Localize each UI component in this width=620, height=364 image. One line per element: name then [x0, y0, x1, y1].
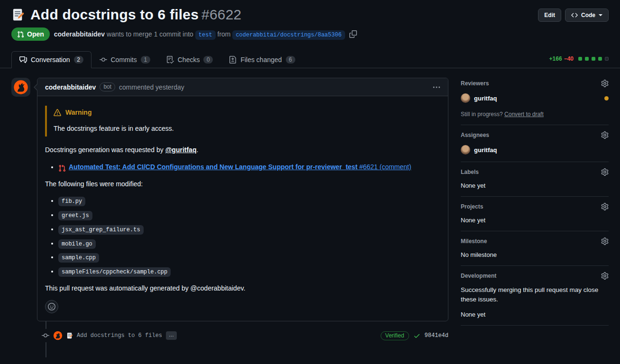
assignee-link[interactable]: guritfaq	[474, 146, 497, 154]
comment-author-link[interactable]: coderabbitaidev	[45, 83, 96, 91]
check-icon	[413, 332, 420, 339]
verified-badge[interactable]: Verified	[381, 331, 409, 340]
checklist-icon	[166, 56, 174, 64]
edit-button-label: Edit	[544, 12, 555, 18]
development-description: Successfully merging this pull request m…	[461, 285, 609, 305]
reviewers-header[interactable]: Reviewers	[461, 80, 609, 87]
rabbit-logo-icon	[13, 80, 28, 95]
request-suffix: .	[196, 146, 198, 154]
gear-icon[interactable]	[601, 272, 609, 280]
files-intro: The following files were modified:	[45, 179, 440, 190]
request-paragraph: Docstrings generation was requested by @…	[45, 145, 440, 155]
tab-counter: 6	[286, 56, 295, 64]
projects-empty-value: None yet	[461, 217, 609, 224]
diffstat-block	[598, 57, 602, 61]
gear-icon[interactable]	[601, 131, 609, 139]
merge-text: wants to merge 1 commit into	[107, 30, 193, 38]
section-title: Assignees	[461, 132, 489, 138]
convert-to-draft-link[interactable]: Convert to draft	[504, 111, 544, 118]
comment-options-button[interactable]	[433, 83, 440, 91]
avatar[interactable]	[11, 78, 30, 97]
tab-counter: 2	[74, 56, 83, 64]
from-word: from	[218, 30, 231, 38]
linked-issue-item: Automated Test: Add CI/CD Configurations…	[58, 162, 440, 173]
avatar[interactable]	[461, 145, 470, 155]
warning-body: The docstrings feature is in early acces…	[54, 124, 440, 134]
tab-commits[interactable]: Commits 1	[91, 51, 158, 68]
file-name: greet.js	[58, 211, 92, 220]
pending-review-dot	[604, 96, 609, 100]
pr-status-row: Open coderabbitaidev wants to merge 1 co…	[11, 27, 609, 41]
code-button[interactable]: Code	[565, 9, 609, 22]
merge-sentence: coderabbitaidev wants to merge 1 commit …	[54, 30, 345, 38]
smiley-icon	[48, 303, 55, 310]
file-name: sampleFiles/cppcheck/sample.cpp	[58, 267, 171, 277]
comment-bubble: coderabbitaidev bot commented yesterday …	[37, 78, 448, 321]
chevron-down-icon	[599, 14, 602, 16]
edit-button[interactable]: Edit	[538, 9, 561, 22]
pr-header: Add docstrings to 6 files#6622 Edit Code…	[0, 0, 620, 41]
linked-issue-ref: #6621 (comment)	[359, 163, 411, 171]
page-title: Add docstrings to 6 files#6622	[30, 7, 241, 23]
copy-branch-button[interactable]	[349, 30, 357, 38]
gear-icon[interactable]	[601, 168, 609, 176]
file-diff-icon	[229, 56, 237, 64]
memo-icon	[11, 8, 25, 21]
tab-label: Conversation	[31, 56, 70, 64]
list-item: mobile.go	[58, 238, 440, 249]
section-title: Reviewers	[461, 80, 489, 87]
pr-author-link[interactable]: coderabbitaidev	[54, 30, 105, 38]
diffstat: +166 −40	[549, 55, 609, 62]
development-header[interactable]: Development	[461, 272, 609, 280]
gear-icon[interactable]	[601, 80, 609, 87]
reviewer-link[interactable]: guritfaq	[474, 95, 497, 102]
section-title: Projects	[461, 203, 483, 210]
add-reaction-button[interactable]	[45, 300, 58, 313]
sidebar-section-reviewers: Reviewers guritfaq Still in progress? Co…	[461, 78, 609, 125]
assignee-row: guritfaq	[461, 145, 609, 155]
projects-header[interactable]: Projects	[461, 203, 609, 210]
pr-tabbar: Conversation 2 Commits 1 Checks 0 Files …	[0, 51, 620, 68]
section-title: Milestone	[461, 238, 487, 245]
avatar[interactable]	[461, 93, 470, 103]
memo-icon	[66, 332, 73, 339]
list-item: jsx_ast_grep_failure.ts	[58, 224, 440, 235]
rabbit-logo-icon	[53, 331, 63, 340]
list-item: sampleFiles/cppcheck/sample.cpp	[58, 266, 440, 277]
development-empty-value: None yet	[461, 311, 609, 318]
reviewer-row: guritfaq	[461, 93, 609, 103]
header-actions: Edit Code	[538, 9, 609, 22]
comment-meta: commented yesterday	[119, 83, 184, 91]
assignees-header[interactable]: Assignees	[461, 131, 609, 139]
pr-title-row: Add docstrings to 6 files#6622	[11, 7, 609, 23]
timeline-comment: coderabbitaidev bot commented yesterday …	[11, 78, 448, 321]
commit-expander-button[interactable]: …	[166, 331, 177, 340]
base-branch-label[interactable]: test	[195, 30, 216, 40]
tab-conversation[interactable]: Conversation 2	[11, 51, 91, 68]
labels-empty-value: None yet	[461, 182, 609, 189]
gear-icon[interactable]	[601, 237, 609, 245]
sidebar-section-milestone: Milestone No milestone	[461, 231, 609, 266]
kebab-icon	[433, 83, 440, 91]
tab-files-changed[interactable]: Files changed 6	[221, 51, 303, 68]
commit-sha-link[interactable]: 9841e4d	[425, 332, 448, 339]
commit-message-link[interactable]: Add docstrings to 6 files	[77, 332, 162, 339]
code-button-label: Code	[581, 12, 595, 18]
gear-icon[interactable]	[601, 203, 609, 210]
file-name: jsx_ast_grep_failure.ts	[58, 225, 144, 235]
timeline-commit: Add docstrings to 6 files … Verified 984…	[11, 329, 448, 342]
mention-link[interactable]: @guritfaq	[165, 146, 197, 154]
warning-title: Warning	[65, 108, 91, 118]
milestone-header[interactable]: Milestone	[461, 237, 609, 245]
avatar[interactable]	[53, 331, 63, 340]
tab-checks[interactable]: Checks 0	[158, 51, 221, 68]
sidebar-section-projects: Projects None yet	[461, 197, 609, 231]
modified-files-list: fib.py greet.js jsx_ast_grep_failure.ts …	[45, 196, 440, 276]
comment-footer: This pull request was automatically gene…	[45, 283, 440, 294]
labels-header[interactable]: Labels	[461, 168, 609, 176]
sidebar-section-assignees: Assignees guritfaq	[461, 125, 609, 162]
file-name: mobile.go	[58, 239, 96, 249]
linked-issue-link[interactable]: Automated Test: Add CI/CD Configurations…	[69, 163, 411, 171]
diffstat-block	[592, 57, 595, 61]
head-branch-label[interactable]: coderabbitai/docstrings/8aa5306	[232, 30, 345, 40]
